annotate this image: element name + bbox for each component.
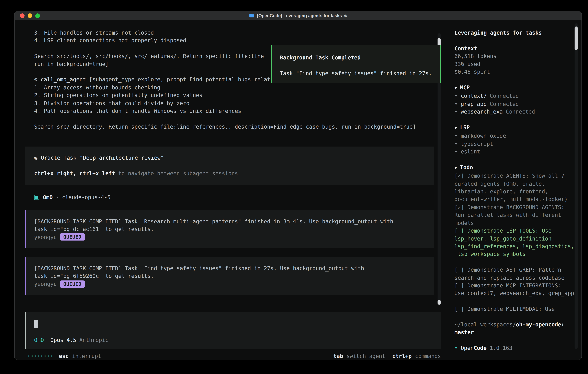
context-tokens: 66,518 tokens	[454, 52, 575, 60]
minimize-button[interactable]	[28, 13, 32, 18]
bullet-icon: •	[454, 141, 458, 147]
input-model-label: Opus 4.5	[50, 336, 76, 344]
input-footer: OmO Opus 4.5 Anthropic	[34, 336, 433, 344]
esc-key-label: interrupt	[72, 352, 101, 360]
main-pane: 3. File handles or streams not closed 4.…	[15, 21, 449, 360]
bullet-icon: •	[454, 93, 458, 99]
context-header: Context	[454, 44, 575, 52]
folder-icon	[249, 13, 254, 18]
workspace-path: ~/local-workspaces/oh-my-opencode:	[454, 321, 575, 328]
chat-line: 4. Path operations that don't handle Win…	[25, 107, 434, 115]
desktop: [OpenCode] Leveraging agents for tasks ◐…	[0, 0, 588, 374]
shortcut-keys: ctrl+x right, ctrl+x left	[34, 170, 115, 177]
sidebar-session-title: Leveraging agents for tasks	[454, 29, 575, 37]
tab-key-hint: tab	[333, 352, 343, 360]
todo-item-active: [ ] Demonstrate LSP TOOLS: Use lsp_hover…	[454, 227, 575, 258]
ctrlp-key-hint: ctrl+p	[392, 352, 412, 360]
sidebar-scrollbar[interactable]	[575, 23, 578, 349]
app-version: 1.0.163	[490, 345, 513, 351]
todo-item-done: [✓] Demonstrate AGENTS: Show all 7 curat…	[454, 172, 575, 203]
lsp-item: •typescript	[454, 140, 575, 148]
terminal-window: [OpenCode] Leveraging agents for tasks ◐…	[14, 11, 582, 360]
agent-checkbox-icon	[34, 195, 39, 200]
scrollbar-thumb[interactable]	[438, 300, 441, 305]
esc-key-hint: esc	[59, 352, 69, 360]
zoom-button[interactable]	[35, 13, 40, 18]
lsp-section-header[interactable]: ▼LSP	[454, 124, 575, 132]
prompt-input[interactable]: OmO Opus 4.5 Anthropic	[25, 312, 441, 349]
context-used: 33% used	[454, 60, 575, 68]
status-badge: QUEUED	[60, 280, 85, 288]
bullet-icon: •	[454, 101, 458, 107]
window-title-group: [OpenCode] Leveraging agents for tasks ◐	[249, 11, 347, 20]
tab-key-label: switch agent	[346, 352, 385, 360]
message-card: [BACKGROUND TASK COMPLETED] Task "Find t…	[25, 257, 434, 295]
session-status-icon: ◐	[344, 11, 347, 20]
message-author: yeongyu	[34, 233, 57, 241]
todo-item-done: [✓] Demonstrate BACKGROUND AGENTS: Run p…	[454, 203, 575, 227]
mcp-item: •context7Connected	[454, 92, 575, 100]
triangle-down-icon: ▼	[454, 125, 457, 130]
message-footer: yeongyu QUEUED	[34, 233, 426, 241]
message-line: [BACKGROUND TASK COMPLETED] Task "Find t…	[34, 264, 426, 272]
chat-line: 2. String operations on potentially unde…	[25, 91, 434, 99]
lsp-item: •eslint	[454, 148, 575, 156]
close-button[interactable]	[20, 13, 25, 18]
window-title: [OpenCode] Leveraging agents for tasks	[257, 11, 342, 20]
context-spent: $0.46 spent	[454, 68, 575, 76]
sidebar: Leveraging agents for tasks Context 66,5…	[449, 21, 582, 360]
brand-name-bold: Code	[474, 345, 487, 351]
chat-line: Search src/ directory. Return specific f…	[25, 123, 434, 130]
traffic-lights	[20, 13, 40, 18]
todo-section-header[interactable]: ▼Todo	[454, 163, 575, 172]
spinner-dots: ········	[27, 352, 53, 360]
status-badge: QUEUED	[60, 233, 85, 241]
bullet-icon: •	[454, 148, 458, 155]
brand-name: Open	[461, 345, 473, 351]
lsp-item: •markdown-oxide	[454, 132, 575, 140]
chat-line: 1. Array access without bounds checking	[25, 83, 434, 91]
todo-item-pending: [ ] Demonstrate MCP INTEGRATIONS: Use co…	[454, 281, 575, 297]
separator-dot: ·	[56, 194, 59, 201]
notification-toast: Background Task Completed Task "Find typ…	[271, 45, 441, 83]
agent-header: OmO · claude-opus-4-5	[25, 194, 434, 201]
oracle-title: Oracle Task "Deep architecture review"	[41, 155, 164, 161]
sidebar-footer: •OpenCode1.0.163	[454, 344, 575, 352]
tool-name: call_omo_agent	[41, 76, 86, 83]
oracle-icon: ◉	[34, 155, 37, 161]
mcp-item: •websearch_exaConnected	[454, 108, 575, 116]
bullet-icon: •	[454, 133, 458, 139]
agent-name: OmO	[43, 194, 53, 201]
status-bar: ········ esc interrupt tab switch agent …	[27, 352, 441, 360]
triangle-down-icon: ▼	[454, 85, 457, 90]
input-agent-label: OmO	[34, 336, 44, 344]
todo-item-pending: [ ] Demonstrate MULTIMODAL: Use	[454, 305, 575, 313]
bullet-icon: •	[454, 109, 458, 115]
message-card: [BACKGROUND TASK COMPLETED] Task "Resear…	[25, 210, 434, 248]
scrollbar-thumb[interactable]	[575, 26, 578, 50]
workspace-branch: master	[454, 329, 575, 336]
message-footer: yeongyu QUEUED	[34, 280, 426, 288]
message-line: task_id="bg_6f59260c" to get results.	[34, 272, 426, 280]
bullet-icon: •	[454, 345, 458, 351]
toast-body: Task "Find type safety issues" finished …	[280, 69, 432, 77]
chat-line: 3. File handles or streams not closed	[25, 29, 434, 37]
chat-line: 4. LSP client connections not properly d…	[25, 37, 434, 44]
message-author: yeongyu	[34, 280, 57, 288]
titlebar: [OpenCode] Leveraging agents for tasks ◐	[15, 11, 581, 21]
oracle-title-row: ◉Oracle Task "Deep architecture review"	[34, 154, 425, 162]
agent-model: claude-opus-4-5	[62, 194, 111, 201]
message-line: task_id="bg_dcfac161" to get results.	[34, 225, 426, 233]
oracle-task-panel: ◉Oracle Task "Deep architecture review" …	[25, 147, 434, 185]
ctrlp-key-label: commands	[415, 352, 441, 360]
mcp-section-header[interactable]: ▼MCP	[454, 83, 575, 92]
triangle-down-icon: ▼	[454, 165, 457, 170]
message-line: [BACKGROUND TASK COMPLETED] Task "Resear…	[34, 218, 426, 225]
shortcut-text: to navigate between subagent sessions	[115, 170, 238, 177]
toast-title: Background Task Completed	[280, 54, 432, 62]
oracle-hint-row: ctrl+x right, ctrl+x left to navigate be…	[34, 170, 425, 177]
mcp-item: •grep_appConnected	[454, 100, 575, 108]
gear-icon: ⚙	[34, 76, 37, 83]
chat-line: 3. Division operations that could divide…	[25, 99, 434, 107]
todo-item-pending: [ ] Demonstrate AST-GREP: Pattern search…	[454, 266, 575, 281]
